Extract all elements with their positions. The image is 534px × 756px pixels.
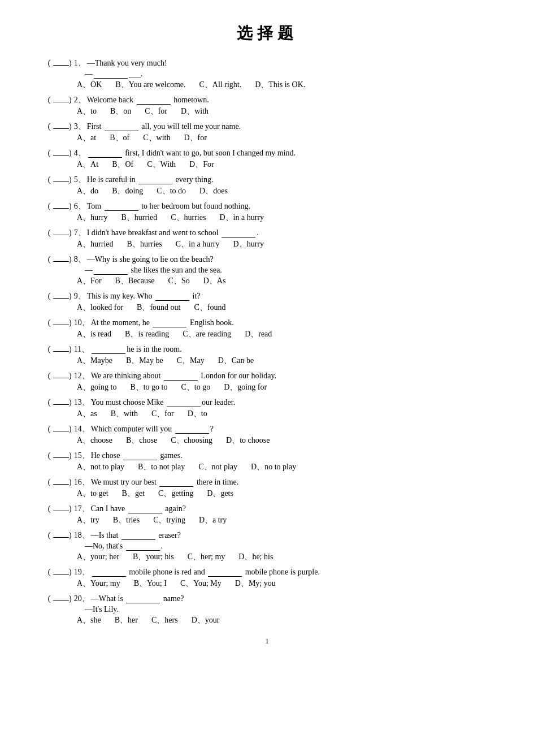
answer-blank-1[interactable]: [53, 58, 69, 66]
answer-blank-8[interactable]: [53, 254, 69, 262]
option-15-0[interactable]: A、not to play: [77, 462, 124, 472]
option-7-1[interactable]: B、hurries: [127, 239, 162, 249]
answer-blank-12[interactable]: [53, 370, 69, 378]
option-16-0[interactable]: A、to get: [77, 489, 108, 499]
option-12-0[interactable]: A、going to: [77, 382, 116, 392]
option-12-2[interactable]: C、to go: [181, 382, 211, 392]
option-5-2[interactable]: C、to do: [157, 186, 186, 196]
option-2-2[interactable]: C、for: [145, 106, 167, 116]
option-10-1[interactable]: B、is reading: [125, 329, 169, 339]
option-18-2[interactable]: C、her; my: [188, 552, 225, 562]
answer-blank-4[interactable]: [53, 148, 69, 155]
option-6-0[interactable]: A、hurry: [77, 213, 107, 223]
answer-blank-3[interactable]: [53, 121, 69, 129]
option-11-1[interactable]: B、May be: [126, 356, 163, 366]
option-3-2[interactable]: C、with: [143, 133, 170, 143]
option-12-1[interactable]: B、to go to: [130, 382, 167, 392]
option-13-3[interactable]: D、to: [188, 409, 207, 419]
option-14-3[interactable]: D、to choose: [226, 435, 270, 446]
answer-blank-6[interactable]: [53, 201, 69, 209]
option-1-0[interactable]: A、OK: [77, 80, 102, 90]
option-18-0[interactable]: A、your; her: [77, 552, 119, 562]
option-17-3[interactable]: D、a try: [199, 515, 227, 525]
option-9-2[interactable]: C、found: [194, 303, 225, 313]
answer-blank-14[interactable]: [53, 424, 69, 431]
answer-blank-17[interactable]: [53, 503, 69, 511]
option-15-3[interactable]: D、no to play: [251, 462, 296, 472]
option-11-3[interactable]: D、Can be: [218, 356, 254, 366]
option-4-0[interactable]: A、At: [77, 159, 98, 170]
option-19-2[interactable]: C、You; My: [180, 578, 222, 589]
option-16-1[interactable]: B、get: [122, 489, 145, 499]
option-5-0[interactable]: A、do: [77, 186, 98, 196]
option-15-2[interactable]: C、not play: [198, 462, 237, 472]
option-8-0[interactable]: A、For: [77, 276, 102, 286]
option-6-2[interactable]: C、hurries: [171, 213, 206, 223]
answer-blank-5[interactable]: [53, 174, 69, 182]
option-6-3[interactable]: D、in a hurry: [219, 213, 264, 223]
option-2-0[interactable]: A、to: [77, 106, 97, 116]
option-19-1[interactable]: B、You; I: [134, 578, 167, 589]
option-18-1[interactable]: B、your; his: [133, 552, 174, 562]
option-8-1[interactable]: B、Because: [115, 276, 155, 286]
option-20-1[interactable]: B、her: [115, 615, 138, 625]
option-9-1[interactable]: B、found out: [137, 303, 180, 313]
option-14-2[interactable]: C、choosing: [171, 435, 212, 446]
option-4-3[interactable]: D、For: [189, 159, 214, 170]
answer-blank-18[interactable]: [53, 530, 69, 538]
option-5-3[interactable]: D、does: [199, 186, 228, 196]
option-10-2[interactable]: C、are reading: [183, 329, 231, 339]
answer-blank-10[interactable]: [53, 317, 69, 325]
answer-blank-11[interactable]: [53, 344, 69, 352]
answer-blank-13[interactable]: [53, 397, 69, 405]
option-5-1[interactable]: B、doing: [112, 186, 143, 196]
option-10-3[interactable]: D、read: [245, 329, 272, 339]
option-7-2[interactable]: C、in a hurry: [176, 239, 220, 249]
option-1-2[interactable]: C、All right.: [199, 80, 242, 90]
option-19-0[interactable]: A、Your; my: [77, 578, 120, 589]
option-10-0[interactable]: A、is read: [77, 329, 111, 339]
option-13-1[interactable]: B、with: [111, 409, 138, 419]
option-17-2[interactable]: C、trying: [153, 515, 185, 525]
option-17-1[interactable]: B、tries: [113, 515, 140, 525]
option-12-3[interactable]: D、going for: [224, 382, 267, 392]
option-17-0[interactable]: A、try: [77, 515, 99, 525]
option-3-1[interactable]: B、of: [110, 133, 129, 143]
option-7-3[interactable]: D、hurry: [233, 239, 264, 249]
option-1-3[interactable]: D、This is OK.: [255, 80, 305, 90]
answer-blank-19[interactable]: [53, 567, 69, 574]
answer-blank-16[interactable]: [53, 477, 69, 485]
option-4-1[interactable]: B、Of: [112, 159, 133, 170]
option-8-2[interactable]: C、So: [168, 276, 190, 286]
option-2-1[interactable]: B、on: [110, 106, 131, 116]
option-13-0[interactable]: A、as: [77, 409, 97, 419]
question-line-20: ()20、—What is name?: [45, 593, 489, 604]
option-3-0[interactable]: A、at: [77, 133, 96, 143]
option-11-0[interactable]: A、Maybe: [77, 356, 112, 366]
option-16-3[interactable]: D、gets: [207, 489, 233, 499]
option-7-0[interactable]: A、hurried: [77, 239, 114, 249]
answer-blank-20[interactable]: [53, 593, 69, 601]
option-20-3[interactable]: D、your: [192, 615, 220, 625]
option-3-3[interactable]: D、for: [184, 133, 206, 143]
answer-blank-7[interactable]: [53, 227, 69, 235]
answer-blank-2[interactable]: [53, 94, 69, 102]
answer-blank-15[interactable]: [53, 450, 69, 458]
option-19-3[interactable]: D、My; you: [235, 578, 276, 589]
answer-blank-9[interactable]: [53, 291, 69, 299]
option-15-1[interactable]: B、to not play: [138, 462, 185, 472]
option-11-2[interactable]: C、May: [177, 356, 205, 366]
option-18-3[interactable]: D、he; his: [238, 552, 273, 562]
option-14-0[interactable]: A、choose: [77, 435, 112, 446]
option-20-2[interactable]: C、hers: [151, 615, 178, 625]
option-2-3[interactable]: D、with: [181, 106, 209, 116]
option-20-0[interactable]: A、she: [77, 615, 101, 625]
option-1-1[interactable]: B、You are welcome.: [115, 80, 185, 90]
option-13-2[interactable]: C、for: [151, 409, 174, 419]
option-14-1[interactable]: B、chose: [126, 435, 157, 446]
option-4-2[interactable]: C、With: [147, 159, 176, 170]
option-8-3[interactable]: D、As: [203, 276, 226, 286]
option-9-0[interactable]: A、looked for: [77, 303, 123, 313]
option-6-1[interactable]: B、hurried: [121, 213, 157, 223]
option-16-2[interactable]: C、getting: [158, 489, 193, 499]
